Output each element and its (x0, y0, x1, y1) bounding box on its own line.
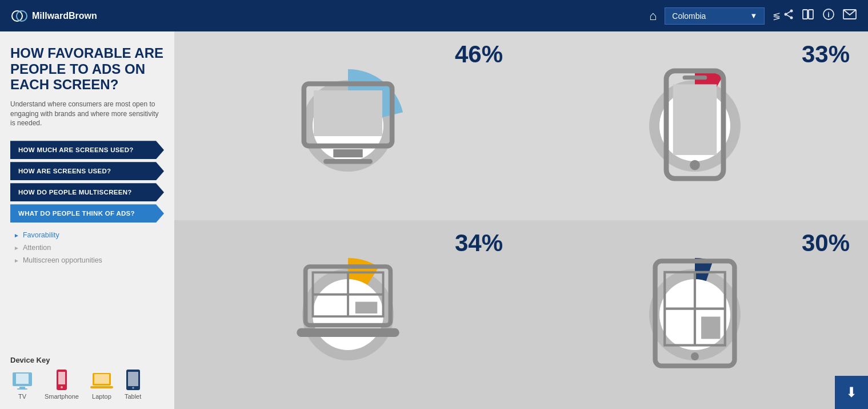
svg-rect-32 (323, 159, 373, 164)
tablet-chart (638, 257, 752, 372)
tv-chart (291, 69, 405, 183)
svg-point-25 (132, 387, 134, 389)
svg-rect-15 (19, 387, 25, 388)
sub-nav: ► Favorability ► Attention ► Multiscreen… (10, 229, 164, 267)
quadrant-tablet: 30% (521, 220, 868, 409)
laptop-icon (89, 371, 114, 391)
content-grid: 46% 33% (174, 31, 868, 409)
tv-device-icon (291, 67, 405, 184)
device-tv: TV (10, 371, 34, 400)
device-smartphone-label: Smartphone (45, 393, 79, 400)
country-label: Colombia (672, 11, 706, 21)
device-tv-label: TV (18, 393, 26, 400)
tablet-device-icon (638, 256, 752, 373)
sub-item-multiscreen-opp[interactable]: ► Multiscreen opportunities (10, 254, 164, 267)
svg-rect-8 (809, 10, 813, 19)
device-key-title: Device Key (10, 356, 164, 364)
logo-area: MillwardBrown (11, 10, 97, 22)
sub-item-attention[interactable]: ► Attention (10, 241, 164, 254)
quadrant-tv: 46% (174, 31, 521, 220)
nav-ads-button[interactable]: WHAT DO PEOPLE THINK OF ADS? (10, 204, 164, 223)
sub-item-favorability[interactable]: ► Favorability (10, 229, 164, 241)
quadrant-laptop: 34% (174, 220, 521, 409)
main: HOW FAVORABLE ARE PEOPLE TO ADS ON EACH … (0, 31, 868, 409)
header-right: ⌂ Colombia ▼ ≶ i (649, 7, 857, 25)
device-key-items: TV Smartphone (10, 369, 164, 400)
nav-screens-used-button[interactable]: HOW MUCH ARE SCREENS USED? (10, 141, 164, 159)
device-tablet: Tablet (125, 369, 141, 400)
sidebar-subtitle: Understand where consumers are most open… (10, 100, 164, 128)
svg-point-56 (691, 352, 699, 360)
device-laptop-label: Laptop (92, 393, 111, 400)
svg-rect-7 (803, 10, 807, 19)
svg-rect-47 (297, 328, 399, 337)
svg-rect-30 (314, 90, 382, 136)
home-button[interactable]: ⌂ (649, 9, 657, 23)
sub-item-attention-label: Attention (23, 244, 51, 252)
svg-rect-14 (16, 374, 29, 384)
smartphone-chart (638, 69, 752, 183)
svg-rect-21 (94, 374, 109, 384)
sub-item-favorability-label: Favorability (23, 231, 59, 239)
arrow-filled-icon: ► (14, 232, 19, 239)
svg-rect-57 (701, 317, 720, 339)
share-button[interactable]: ≶ (773, 9, 794, 22)
svg-text:i: i (827, 10, 830, 19)
arrow-outline-icon: ► (14, 245, 19, 251)
laptop-device-icon (291, 251, 405, 367)
svg-rect-31 (333, 149, 362, 157)
svg-line-6 (786, 14, 791, 18)
logo-text: MillwardBrown (32, 11, 97, 21)
svg-rect-48 (355, 302, 377, 314)
device-laptop: Laptop (89, 371, 114, 400)
svg-line-5 (786, 11, 791, 14)
laptop-chart (291, 257, 405, 372)
svg-rect-37 (673, 84, 716, 155)
download-icon: ⬇ (846, 384, 857, 400)
sidebar-title: HOW FAVORABLE ARE PEOPLE TO ADS ON EACH … (10, 45, 164, 93)
smartphone-percent: 33% (802, 41, 850, 68)
svg-rect-16 (17, 388, 27, 390)
smartphone-icon (55, 369, 68, 391)
nav-screens-how-button[interactable]: HOW ARE SCREENS USED? (10, 162, 164, 180)
country-dropdown[interactable]: Colombia ▼ (665, 7, 765, 25)
chevron-down-icon: ▼ (750, 11, 757, 20)
nav-multiscreen-button[interactable]: HOW DO PEOPLE MULTISCREEN? (10, 183, 164, 201)
download-button[interactable]: ⬇ (835, 376, 868, 409)
tablet-icon (125, 369, 141, 391)
arrow-outline-icon-2: ► (14, 257, 19, 264)
smartphone-device-icon (638, 67, 752, 184)
quadrant-smartphone: 33% (521, 31, 868, 220)
logo-icon (11, 10, 27, 22)
sidebar: HOW FAVORABLE ARE PEOPLE TO ADS ON EACH … (0, 31, 174, 409)
device-smartphone: Smartphone (45, 369, 79, 400)
laptop-percent: 34% (455, 229, 503, 257)
svg-rect-22 (90, 386, 113, 388)
svg-point-19 (61, 386, 63, 388)
mail-button[interactable] (843, 9, 857, 22)
svg-point-39 (690, 160, 700, 170)
svg-rect-18 (58, 372, 65, 384)
device-key: Device Key TV (10, 349, 164, 400)
info-button[interactable]: i (822, 8, 835, 23)
tv-icon (10, 371, 34, 391)
home-icon: ⌂ (649, 9, 657, 23)
svg-rect-24 (128, 372, 138, 386)
book-button[interactable] (802, 9, 814, 23)
device-tablet-label: Tablet (125, 393, 141, 400)
share-icon: ≶ (773, 11, 781, 22)
tablet-percent: 30% (802, 229, 850, 257)
header: MillwardBrown ⌂ Colombia ▼ ≶ i (0, 0, 868, 31)
tv-percent: 46% (455, 41, 503, 68)
sub-item-multiscreen-label: Multiscreen opportunities (23, 256, 102, 264)
